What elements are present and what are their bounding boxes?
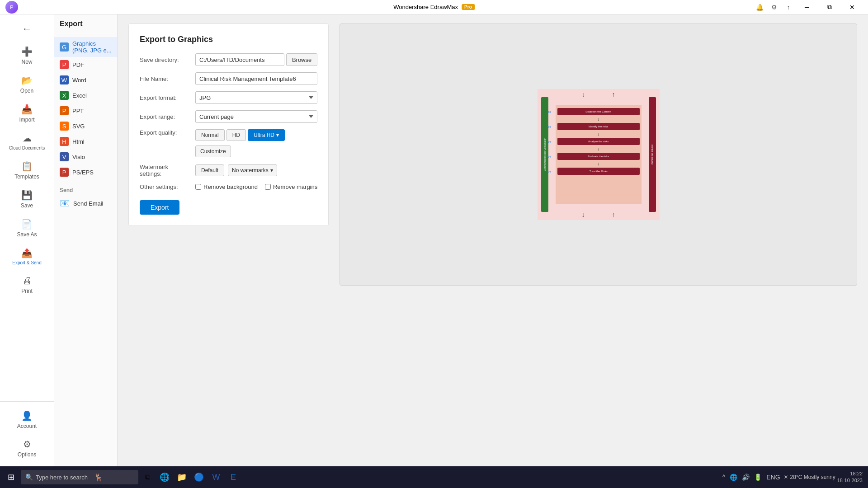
arrow-5: ⇔ [547,169,551,174]
visio-icon: V [60,152,69,161]
bottom-up-arrow: ↑ [612,211,615,218]
remove-background-input[interactable] [195,184,201,190]
sidebar-item-open[interactable]: 📂 Open [2,70,52,99]
notification-icon[interactable]: 🔔 [753,1,766,14]
format-html-label: Html [72,138,85,145]
language-label[interactable]: ENG [765,473,781,482]
export-range-select[interactable]: Current page All pages [195,110,317,123]
sidebar-item-print[interactable]: 🖨 Print [2,271,52,299]
menu-icon[interactable]: ⚙ [768,1,780,14]
task-view-button[interactable]: ⧉ [139,469,156,485]
bottom-down-arrow: ↓ [582,211,585,218]
left-sidebar: ← ➕ New 📂 Open 📥 Import ☁ Cloud Document… [0,14,54,466]
arrow-4: ⇔ [547,154,551,159]
network-icon[interactable]: 🌐 [728,473,739,482]
format-excel[interactable]: X Excel [54,88,117,103]
avatar[interactable]: P [5,1,18,14]
save-directory-input-group: Browse [195,53,317,66]
export-format-select[interactable]: JPG PNG GIF BMP [195,91,317,104]
options-icon: ⚙ [23,439,31,450]
box-analyze-label: Analyze the risks [588,140,609,143]
back-button[interactable]: ← [2,19,52,39]
sidebar-item-export[interactable]: 📤 Export & Send [2,243,52,270]
minimize-button[interactable]: ─ [797,0,817,14]
remove-background-label: Remove background [203,183,258,190]
cloud-icon: ☁ [23,133,32,144]
box-establish: Establish the Context ⇔ [557,108,640,115]
other-settings-checkboxes: Remove background Remove margins [195,183,317,190]
title-bar-right: 🔔 ⚙ ↑ ─ ⧉ ✕ [753,0,863,14]
browse-button[interactable]: Browse [286,53,317,66]
sidebar-item-cloud[interactable]: ☁ Cloud Documents [2,128,52,155]
sidebar-item-options[interactable]: ⚙ Options [2,434,52,462]
close-button[interactable]: ✕ [842,0,863,14]
quality-hd-button[interactable]: HD [226,129,246,141]
watermark-select[interactable]: No watermarks ▾ [228,164,277,176]
sidebar-item-templates-label: Templates [14,174,39,180]
customize-button[interactable]: Customize [195,145,231,157]
graphics-icon: G [60,42,69,52]
word-icon: W [60,75,69,84]
watermark-settings-row: Watermark settings: Default No watermark… [140,164,317,177]
quality-normal-button[interactable]: Normal [195,129,225,141]
edrawmax-taskbar-icon[interactable]: E [225,469,241,485]
sidebar-item-account-label: Account [17,423,37,429]
box-evaluate-label: Evaluate the risks [588,155,609,158]
start-button[interactable]: ⊞ [2,468,20,486]
remove-background-checkbox[interactable]: Remove background [195,183,258,190]
box-identify-label: Identify the risks [589,125,608,128]
format-graphics[interactable]: G Graphics (PNG, JPG e... [54,37,117,57]
preview-diagram: ↓ ↑ Communication and Consultation Monit… [538,89,660,220]
customize-row: Customize [195,143,285,157]
format-html[interactable]: H Html [54,134,117,149]
left-bar-text: Communication and Consultation [543,138,546,171]
format-svg-label: SVG [72,123,85,130]
format-visio[interactable]: V Visio [54,149,117,164]
remove-margins-checkbox[interactable]: Remove margins [265,183,317,190]
format-pseps[interactable]: P PS/EPS [54,164,117,180]
center-content: Establish the Context ⇔ ↓ Identify the r… [556,105,642,204]
taskbar-search[interactable]: 🔍 Type here to search 🦌 [21,470,138,484]
sidebar-item-save[interactable]: 💾 Save [2,185,52,213]
battery-icon[interactable]: 🔋 [753,473,763,482]
box-analyze: Analyze the risks ⇔ [557,138,640,145]
box-treat: Treat the Risks ⇔ [557,168,640,175]
chevron-up-icon[interactable]: ^ [721,473,727,482]
sidebar-item-print-label: Print [21,288,33,294]
format-word[interactable]: W Word [54,72,117,88]
remove-margins-input[interactable] [265,184,271,190]
sidebar-item-templates[interactable]: 📋 Templates [2,156,52,184]
export-button[interactable]: Export [140,200,179,215]
arrow-down-4: ↓ [597,161,599,166]
format-pdf[interactable]: P PDF [54,57,117,72]
restore-button[interactable]: ⧉ [819,0,840,14]
word-taskbar-icon[interactable]: W [208,469,224,485]
sidebar-item-new[interactable]: ➕ New [2,42,52,70]
export-format-label: Export format: [140,94,192,101]
save-directory-input[interactable] [195,53,284,66]
sidebar-item-saveas[interactable]: 📄 Save As [2,214,52,242]
browser-icon[interactable]: 🔵 [191,469,207,485]
speaker-icon[interactable]: 🔊 [741,473,751,482]
edge-icon[interactable]: 🌐 [156,469,173,485]
format-ppt[interactable]: P PPT [54,103,117,118]
ppt-icon: P [60,106,69,115]
explorer-icon[interactable]: 📁 [174,469,190,485]
box-evaluate: Evaluate the risks ⇔ [557,153,640,160]
watermark-default-button[interactable]: Default [195,164,224,176]
secondary-sidebar: Export G Graphics (PNG, JPG e... P PDF W… [54,14,118,466]
share-icon[interactable]: ↑ [782,1,795,14]
arrow-down-3: ↓ [597,146,599,151]
back-icon: ← [22,23,32,35]
sidebar-item-import[interactable]: 📥 Import [2,99,52,127]
watermark-group: Default No watermarks ▾ [195,164,277,176]
sidebar-item-account[interactable]: 👤 Account [2,406,52,434]
format-svg[interactable]: S SVG [54,118,117,134]
sidebar-item-open-label: Open [20,88,33,94]
export-icon: 📤 [21,248,33,258]
quality-ultrahd-button[interactable]: Ultra HD ▾ [248,129,285,141]
sidebar-item-save-label: Save [21,202,33,209]
file-name-input[interactable] [195,72,317,85]
top-down-arrow: ↓ [582,91,585,98]
send-email-item[interactable]: 📧 Send Email [54,195,117,211]
